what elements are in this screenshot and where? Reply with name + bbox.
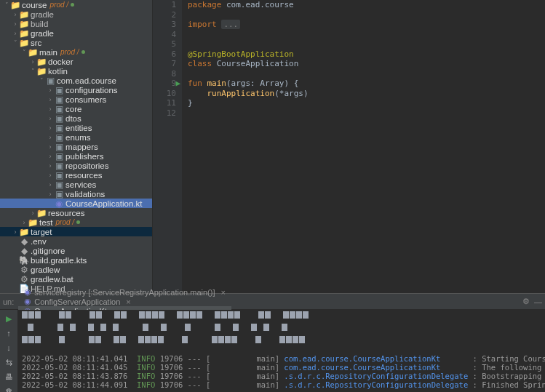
folder-item[interactable]: ›▣configurations <box>0 85 152 95</box>
close-icon[interactable]: × <box>126 297 130 306</box>
minimize-icon[interactable]: — <box>534 297 542 306</box>
file-item[interactable]: ◆.env <box>0 236 152 246</box>
code-content[interactable]: package com.ead.course import ... @Sprin… <box>182 0 545 293</box>
gutter-line[interactable]: 1 <box>153 0 176 10</box>
chevron-right-icon[interactable]: › <box>47 105 54 113</box>
run-tab[interactable]: ◉ConfigServerApplication× <box>18 297 231 306</box>
run-gutter-icon[interactable]: ▶ <box>175 79 180 89</box>
folder-item[interactable]: ›📁build <box>0 19 152 28</box>
gutter-line[interactable]: 3 <box>153 20 176 30</box>
gutter-line[interactable]: 5 <box>153 39 176 49</box>
chevron-right-icon[interactable]: › <box>47 143 54 151</box>
chevron-right-icon[interactable]: › <box>12 228 19 236</box>
down-arrow-icon[interactable]: ↓ <box>3 342 15 353</box>
chevron-right-icon[interactable]: › <box>12 20 19 28</box>
gutter-line[interactable]: 4 <box>153 30 176 40</box>
rerun-icon[interactable]: ▶ <box>3 313 15 324</box>
chevron-right-icon[interactable]: › <box>47 124 54 132</box>
trash-icon[interactable]: 🗑 <box>3 385 15 392</box>
folder-item[interactable]: ›📁testprod / <box>0 217 152 227</box>
project-tree[interactable]: ˅📁courseprod /›📁gradle›📁build›📁gradle˅📁s… <box>0 0 153 293</box>
gutter-line[interactable]: 12 <box>153 108 176 119</box>
folder-item[interactable]: ›▣dtos <box>0 113 152 123</box>
run-toolbar[interactable]: ▶ ↑ ↓ ⇆ 🖶 🗑 <box>0 310 17 392</box>
folder-item[interactable]: ˅📁courseprod / <box>0 0 152 9</box>
chevron-right-icon[interactable]: › <box>47 181 54 188</box>
folder-item[interactable]: ›📁gradle <box>0 9 152 19</box>
chevron-down-icon[interactable]: ˅ <box>29 68 36 75</box>
chevron-right-icon[interactable]: › <box>47 191 54 198</box>
gutter-line[interactable]: 10 <box>153 89 176 99</box>
chevron-right-icon[interactable]: › <box>47 162 54 169</box>
chevron-right-icon[interactable]: › <box>47 96 54 103</box>
chevron-right-icon[interactable]: › <box>29 209 36 217</box>
folder-icon: 📁 <box>10 0 20 10</box>
chevron-right-icon[interactable]: › <box>12 30 19 37</box>
console-output[interactable]: 2022-05-02 08:11:41.041 INFO 19706 --- [… <box>17 310 545 392</box>
gutter-line[interactable]: 6 <box>153 49 176 60</box>
close-icon[interactable]: × <box>220 288 225 297</box>
log-line[interactable]: 2022-05-02 08:11:43.876 INFO 19706 --- [… <box>17 372 545 380</box>
chevron-right-icon[interactable]: › <box>20 219 28 226</box>
folder-item[interactable]: ˅📁mainprod / <box>0 47 152 57</box>
gutter-line[interactable]: 9▶ <box>153 79 176 89</box>
folder-item[interactable]: ›▣publishers <box>0 151 152 161</box>
up-arrow-icon[interactable]: ↑ <box>3 327 15 339</box>
folder-item[interactable]: ›📁gradle <box>0 28 152 38</box>
tree-item-label: gradle <box>31 10 54 19</box>
folder-item[interactable]: ›▣enums <box>0 132 152 142</box>
chevron-right-icon[interactable]: › <box>47 87 54 94</box>
log-line[interactable]: 2022-05-02 08:11:41.041 INFO 19706 --- [… <box>17 354 545 363</box>
chevron-right-icon[interactable]: › <box>47 134 54 141</box>
file-item[interactable]: 🐘build.gradle.kts <box>0 255 152 265</box>
gutter-line[interactable]: 11 <box>153 98 176 108</box>
folder-item[interactable]: ›▣validations <box>0 189 152 199</box>
folder-item[interactable]: ›▣consumers <box>0 95 152 104</box>
folder-item[interactable]: ›📁resources <box>0 208 152 217</box>
folder-item[interactable]: ˅📁kotlin <box>0 66 152 76</box>
folder-item[interactable]: ›▣entities <box>0 123 152 132</box>
pkg-icon: ▣ <box>54 95 64 105</box>
gutter-line[interactable]: 2 <box>153 10 176 20</box>
folder-item[interactable]: ›📁docker <box>0 57 152 66</box>
chevron-down-icon[interactable]: ˅ <box>20 49 28 56</box>
print-icon[interactable]: 🖶 <box>3 371 15 383</box>
ascii-banner-row <box>17 310 545 322</box>
kotlin-icon: ◉ <box>24 287 31 297</box>
log-line[interactable]: 2022-05-02 08:11:44.091 INFO 19706 --- [… <box>17 380 545 389</box>
chevron-right-icon[interactable]: › <box>47 115 54 122</box>
gutter-line[interactable]: 8 <box>153 69 176 79</box>
folder-item[interactable]: ›▣resources <box>0 170 152 180</box>
chevron-down-icon[interactable]: ˅ <box>38 77 45 84</box>
tree-item-label: resources <box>48 209 85 217</box>
chevron-right-icon[interactable]: › <box>47 172 54 179</box>
code-editor[interactable]: 123456789▶101112 package com.ead.course … <box>153 0 545 293</box>
run-tab[interactable]: ◉serviceregistry [:ServiceRegistryApplic… <box>18 287 231 297</box>
run-panel[interactable]: un: ◉serviceregistry [:ServiceRegistryAp… <box>0 293 545 392</box>
log-line[interactable]: 2022-05-02 08:11:41.045 INFO 19706 --- [… <box>17 363 545 372</box>
chevron-right-icon[interactable]: › <box>29 58 36 65</box>
folder-item[interactable]: ›▣core <box>0 104 152 113</box>
chevron-right-icon[interactable]: › <box>12 11 19 18</box>
file-item[interactable]: ⚙gradlew <box>0 265 152 274</box>
file-item[interactable]: ◉CourseApplication.kt <box>0 199 152 208</box>
file-item[interactable]: ◆.gitignore <box>0 246 152 255</box>
folder-item[interactable]: ˅▣com.ead.course <box>0 76 152 85</box>
gear-icon[interactable]: ⚙ <box>522 297 530 306</box>
gutter-line[interactable]: 7 <box>153 59 176 69</box>
chevron-down-icon[interactable]: ˅ <box>3 1 10 9</box>
tree-item-label: dtos <box>65 114 81 123</box>
kt-icon: ◉ <box>54 199 64 209</box>
file-item[interactable]: ⚙gradlew.bat <box>0 274 152 284</box>
chevron-right-icon[interactable]: › <box>47 153 54 160</box>
folder-item[interactable]: ›▣services <box>0 180 152 189</box>
run-tabs[interactable]: un: ◉serviceregistry [:ServiceRegistryAp… <box>0 294 545 310</box>
pkg-icon: ▣ <box>54 170 64 180</box>
folder-item[interactable]: ›▣mappers <box>0 142 152 151</box>
wrap-icon[interactable]: ⇆ <box>3 356 15 368</box>
pkg-icon: ▣ <box>54 180 64 190</box>
folder-item[interactable]: ›📁target <box>0 227 152 236</box>
chevron-down-icon[interactable]: ˅ <box>12 39 19 47</box>
folder-item[interactable]: ˅📁src <box>0 38 152 47</box>
folder-item[interactable]: ›▣repositories <box>0 161 152 170</box>
